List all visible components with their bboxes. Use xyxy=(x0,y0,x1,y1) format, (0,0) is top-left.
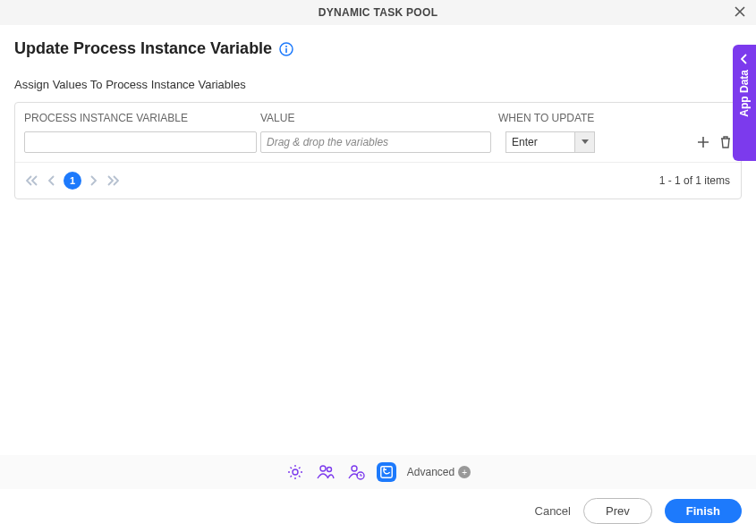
svg-point-3 xyxy=(293,469,298,475)
dialog-title: DYNAMIC TASK POOL xyxy=(319,6,438,19)
svg-point-1 xyxy=(285,46,287,47)
column-header-variable: PROCESS INSTANCE VARIABLE xyxy=(24,112,260,124)
when-select-dropdown-button[interactable] xyxy=(575,131,595,153)
dialog-footer: Cancel Prev Finish xyxy=(0,489,756,532)
page-number[interactable]: 1 xyxy=(64,172,81,190)
cancel-button[interactable]: Cancel xyxy=(535,504,571,518)
page-last-icon[interactable] xyxy=(106,175,119,186)
advanced-toggle[interactable]: Advanced + xyxy=(407,466,471,478)
svg-point-4 xyxy=(320,466,326,471)
page-prev-icon[interactable] xyxy=(47,175,55,186)
value-placeholder: Drag & drop the variables xyxy=(267,136,388,148)
page-title: Update Process Instance Variable xyxy=(14,39,272,58)
section-subtitle: Assign Values To Process Instance Variab… xyxy=(14,78,742,91)
dialog-header: DYNAMIC TASK POOL xyxy=(0,0,756,25)
value-input[interactable]: Drag & drop the variables xyxy=(260,131,491,153)
chevron-left-icon xyxy=(741,54,748,64)
variable-input[interactable] xyxy=(24,131,257,153)
svg-point-6 xyxy=(352,466,357,471)
table-row: Drag & drop the variables Enter xyxy=(15,131,741,162)
app-data-panel-tab[interactable]: App Data xyxy=(733,45,756,161)
plus-circle-icon: + xyxy=(458,466,471,478)
when-select-value: Enter xyxy=(512,136,538,148)
svg-rect-8 xyxy=(381,467,392,477)
svg-rect-2 xyxy=(285,48,287,53)
add-row-icon[interactable] xyxy=(696,135,710,149)
pagination-status: 1 - 1 of 1 items xyxy=(659,174,730,187)
people-icon[interactable] xyxy=(316,462,336,482)
page-first-icon[interactable] xyxy=(26,175,38,186)
page-next-icon[interactable] xyxy=(90,175,98,186)
update-variable-icon[interactable] xyxy=(377,462,396,482)
chevron-down-icon xyxy=(582,139,589,145)
column-header-when: WHEN TO UPDATE xyxy=(498,112,732,124)
column-header-value: VALUE xyxy=(260,112,498,124)
when-select[interactable]: Enter xyxy=(505,131,575,153)
svg-point-5 xyxy=(327,468,331,472)
gear-icon[interactable] xyxy=(285,462,305,482)
prev-button[interactable]: Prev xyxy=(583,498,652,524)
app-data-label: App Data xyxy=(738,70,751,117)
bottom-toolbar: Advanced + xyxy=(0,455,756,489)
finish-button[interactable]: Finish xyxy=(665,499,742,523)
advanced-label: Advanced xyxy=(407,466,454,478)
pagination: 1 1 - 1 of 1 items xyxy=(15,162,741,198)
person-clock-icon[interactable] xyxy=(346,462,366,482)
info-icon[interactable] xyxy=(279,42,293,56)
delete-row-icon[interactable] xyxy=(719,135,732,149)
variables-table: PROCESS INSTANCE VARIABLE VALUE WHEN TO … xyxy=(14,102,742,199)
close-icon[interactable] xyxy=(733,4,747,19)
